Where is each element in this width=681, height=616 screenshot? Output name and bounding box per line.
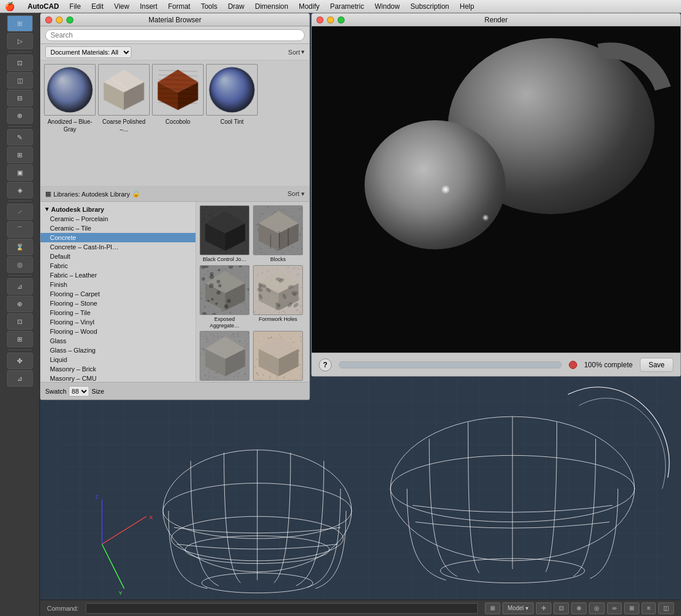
lib-material-exposed[interactable]: Exposed Aggregate… xyxy=(200,265,250,329)
lib-material-nonuniform[interactable]: Non-Uniform –… xyxy=(253,331,303,382)
lib-material-blocks[interactable]: Blocks xyxy=(253,205,303,263)
search-input[interactable] xyxy=(45,29,305,41)
toolbar-btn-14[interactable]: ◎ xyxy=(7,256,33,273)
search-bar xyxy=(41,26,309,44)
close-button[interactable] xyxy=(45,16,52,23)
tree-item-default[interactable]: Default xyxy=(41,252,195,261)
menu-format[interactable]: Format xyxy=(168,2,190,11)
material-item-cooltint[interactable]: Cool Tint xyxy=(206,64,258,182)
autodesk-library-header[interactable]: ▾ Autodesk Library xyxy=(41,204,195,214)
lib-material-industrial[interactable]: Industrial Floor xyxy=(200,331,250,382)
tree-item-concrete[interactable]: Concrete xyxy=(41,233,195,242)
material-browser-footer: Swatch 88 Size xyxy=(41,382,309,400)
material-browser-title: Material Browser xyxy=(149,16,201,24)
tree-item-flooring-tile[interactable]: Flooring – Tile xyxy=(41,308,195,317)
menu-edit[interactable]: Edit xyxy=(92,2,104,11)
toolbar-btn-20[interactable]: ⊿ xyxy=(7,370,33,387)
render-minimize-button[interactable] xyxy=(327,16,334,23)
material-item-coarse[interactable]: Coarse Polished –... xyxy=(98,64,150,182)
top-materials-grid: Anodized – Blue-Gray Coarse Polished –..… xyxy=(41,60,309,187)
ducs-button[interactable]: ⊞ xyxy=(624,603,639,614)
render-maximize-button[interactable] xyxy=(338,16,345,23)
menu-file[interactable]: File xyxy=(69,2,80,11)
snap-button[interactable]: ✛ xyxy=(536,603,551,614)
toolbar-btn-15[interactable]: ⊿ xyxy=(7,278,33,295)
lineweight-button[interactable]: ≡ xyxy=(642,603,656,614)
tree-item-flooring-vinyl[interactable]: Flooring – Vinyl xyxy=(41,317,195,327)
toolbar-btn-6[interactable]: ⊕ xyxy=(7,107,33,124)
menu-view[interactable]: View xyxy=(114,2,129,11)
toolbar-btn-9[interactable]: ▣ xyxy=(7,164,33,181)
command-input[interactable] xyxy=(86,603,478,614)
document-materials-filter[interactable]: Document Materials: All xyxy=(45,46,132,58)
tree-item-flooring-carpet[interactable]: Flooring – Carpet xyxy=(41,289,195,299)
tree-item-fabric[interactable]: Fabric xyxy=(41,261,195,270)
menu-insert[interactable]: Insert xyxy=(140,2,157,11)
tree-item-glass[interactable]: Glass xyxy=(41,336,195,346)
osnap-button[interactable]: ◎ xyxy=(589,603,605,614)
tree-item-masonry-brick[interactable]: Masonry – Brick xyxy=(41,364,195,374)
menu-window[interactable]: Window xyxy=(375,2,400,11)
apple-menu[interactable]: 🍎 xyxy=(5,2,15,11)
tree-item-finish[interactable]: Finish xyxy=(41,280,195,289)
menu-dimension[interactable]: Dimension xyxy=(255,2,288,11)
toolbar-btn-12[interactable]: ⌒ xyxy=(7,221,33,238)
svg-text:Z: Z xyxy=(95,493,99,500)
material-item-cocobolo[interactable]: Cocobolo xyxy=(152,64,204,182)
ortho-button[interactable]: ⊡ xyxy=(554,603,569,614)
menu-tools[interactable]: Tools xyxy=(201,2,217,11)
tree-item-ceramic-tile[interactable]: Ceramic – Tile xyxy=(41,224,195,233)
lib-material-formwork[interactable]: Formwork Holes xyxy=(253,265,303,329)
tree-item-flooring-wood[interactable]: Flooring – Wood xyxy=(41,327,195,336)
toolbar-btn-3[interactable]: ⊡ xyxy=(7,55,33,71)
polar-button[interactable]: ⊕ xyxy=(571,603,586,614)
menu-draw[interactable]: Draw xyxy=(228,2,244,11)
toolbar-btn-19[interactable]: ✤ xyxy=(7,353,33,369)
tree-item-liquid[interactable]: Liquid xyxy=(41,355,195,364)
toolbar-btn-8[interactable]: ⊞ xyxy=(7,147,33,163)
toolbar-btn-1[interactable]: ⊞ xyxy=(7,15,33,32)
libraries-sort-button[interactable]: Sort ▾ xyxy=(288,190,305,198)
tree-item-glass-glazing[interactable]: Glass – Glazing xyxy=(41,346,195,355)
svg-text:X: X xyxy=(149,514,153,520)
toolbar-btn-4[interactable]: ◫ xyxy=(7,72,33,89)
toolbar-btn-11[interactable]: ⟋ xyxy=(7,204,33,220)
menu-help[interactable]: Help xyxy=(460,2,474,11)
tree-item-masonry-cmu[interactable]: Masonry – CMU xyxy=(41,374,195,382)
library-materials-grid: Black Control Jo… Blocks xyxy=(196,202,309,382)
transparency-button[interactable]: ◫ xyxy=(658,603,674,614)
menu-parametric[interactable]: Parametric xyxy=(330,2,364,11)
menu-modify[interactable]: Modify xyxy=(299,2,319,11)
toolbar-btn-10[interactable]: ◈ xyxy=(7,182,33,198)
swatch-size-select[interactable]: 88 xyxy=(69,386,89,397)
grid-icon: ▦ xyxy=(45,190,51,198)
toolbar-btn-7[interactable]: ✎ xyxy=(7,129,33,145)
otrack-button[interactable]: ∞ xyxy=(607,603,622,614)
help-button[interactable]: ? xyxy=(319,358,332,371)
menu-subscription[interactable]: Subscription xyxy=(410,2,449,11)
tree-item-fabric-leather[interactable]: Fabric – Leather xyxy=(41,270,195,280)
toolbar-btn-2[interactable]: ▷ xyxy=(7,33,33,49)
model-button[interactable]: Model ▾ xyxy=(503,603,534,614)
material-item-anodized[interactable]: Anodized – Blue-Gray xyxy=(44,64,96,182)
grid-toggle-button[interactable]: ⊞ xyxy=(485,603,500,614)
lib-thumbnail-formwork xyxy=(253,265,303,315)
toolbar-btn-16[interactable]: ⊕ xyxy=(7,296,33,312)
material-thumbnail-coarse xyxy=(98,64,150,116)
toolbar-btn-18[interactable]: ⊞ xyxy=(7,331,33,347)
tree-item-flooring-stone[interactable]: Flooring – Stone xyxy=(41,299,195,308)
svg-text:Y: Y xyxy=(119,590,123,596)
minimize-button[interactable] xyxy=(56,16,63,23)
toolbar-btn-13[interactable]: ⌛ xyxy=(7,239,33,255)
sort-button[interactable]: Sort ▾ xyxy=(288,48,305,56)
cancel-render-button[interactable] xyxy=(569,361,577,369)
toolbar-btn-17[interactable]: ⊡ xyxy=(7,313,33,330)
tree-item-concrete-cast[interactable]: Concrete – Cast-In-Pl… xyxy=(41,242,195,252)
toolbar-btn-5[interactable]: ⊟ xyxy=(7,90,33,106)
tree-item-ceramic-porcelain[interactable]: Ceramic – Porcelain xyxy=(41,214,195,224)
material-label-coarse: Coarse Polished –... xyxy=(98,118,150,133)
render-close-button[interactable] xyxy=(316,16,323,23)
lib-material-black-control[interactable]: Black Control Jo… xyxy=(200,205,250,263)
save-render-button[interactable]: Save xyxy=(640,358,673,372)
maximize-button[interactable] xyxy=(66,16,73,23)
